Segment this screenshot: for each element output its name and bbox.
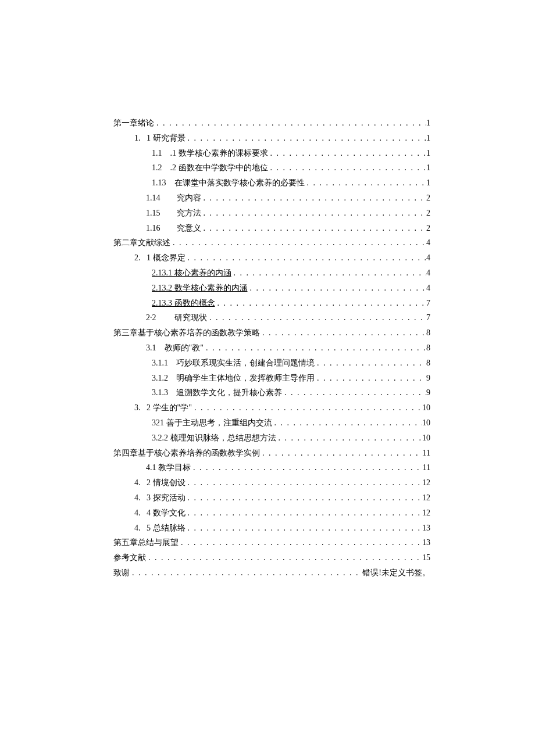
toc-entry: 1. 1 研究背景1 bbox=[113, 131, 430, 145]
toc-entry-page: 1 bbox=[426, 176, 430, 190]
toc-entry: 2.13.3 函数的概念7 bbox=[113, 296, 430, 310]
toc-entry: 1.16 究意义2 bbox=[113, 221, 430, 235]
toc-entry-page: 10 bbox=[422, 416, 430, 430]
toc-entry-label: 2. 1 概念界定 bbox=[134, 251, 186, 265]
toc-entry-page: 7 bbox=[426, 311, 430, 325]
toc-entry: 3.1.1 巧妙联系现实生活，创建合理问题情境8 bbox=[113, 356, 430, 370]
toc-entry-label: 1.14 究内容 bbox=[146, 191, 201, 205]
toc-leader-dots bbox=[268, 146, 427, 160]
toc-entry-label: 3.1.2 明确学生主体地位，发挥教师主导作用 bbox=[152, 371, 315, 385]
toc-entry: 1.13 在课堂中落实数学核心素养的必要性1 bbox=[113, 176, 430, 190]
toc-entry-label: 第三章基于核心素养培养的函数教学策略 bbox=[113, 326, 260, 340]
toc-entry-page: 1 bbox=[426, 131, 430, 145]
toc-entry-label: 321 善于主动思考，注重组内交流 bbox=[152, 416, 272, 430]
toc-entry-page: 8 bbox=[426, 356, 430, 370]
toc-entry-label: 3.1.3 追溯数学文化，提升核心素养 bbox=[152, 386, 282, 400]
toc-entry: 1.2 .2 函数在中学数学中的地位1 bbox=[113, 161, 430, 175]
toc-entry: 3. 2 学生的"学"10 bbox=[113, 401, 430, 415]
toc-leader-dots bbox=[276, 431, 423, 445]
toc-entry-page: 10 bbox=[422, 431, 430, 445]
toc-leader-dots bbox=[130, 566, 362, 580]
toc-entry-page: 1 bbox=[426, 146, 430, 160]
toc-leader-dots bbox=[186, 506, 423, 520]
toc-entry: 3.1.3 追溯数学文化，提升核心素养9 bbox=[113, 386, 430, 400]
toc-entry-page: 9 bbox=[426, 386, 430, 400]
toc-entry-page: 4 bbox=[426, 236, 430, 250]
toc-entry-page: 10 bbox=[422, 401, 430, 415]
toc-entry-label: 1.1 .1 数学核心素养的课标要求 bbox=[152, 146, 268, 160]
table-of-contents: 第一章绪论11. 1 研究背景11.1 .1 数学核心素养的课标要求11.2 .… bbox=[113, 116, 430, 580]
toc-entry-label: 3.1.1 巧妙联系现实生活，创建合理问题情境 bbox=[152, 356, 315, 370]
toc-entry: 1.14 究内容2 bbox=[113, 191, 430, 205]
toc-entry-label: 参考文献 bbox=[113, 551, 146, 565]
toc-leader-dots bbox=[170, 236, 426, 250]
toc-entry: 4. 5 总结脉络13 bbox=[113, 521, 430, 535]
toc-entry-page: 错误!未定义书签。 bbox=[362, 566, 430, 580]
toc-entry: 第五章总结与展望13 bbox=[113, 536, 430, 550]
toc-leader-dots bbox=[268, 161, 427, 175]
toc-entry: 1.1 .1 数学核心素养的课标要求1 bbox=[113, 146, 430, 160]
toc-entry-page: 8 bbox=[426, 341, 430, 355]
toc-entry: 4. 3 探究活动12 bbox=[113, 491, 430, 505]
toc-entry-page: 13 bbox=[422, 521, 430, 535]
toc-entry-page: 11 bbox=[423, 461, 430, 475]
toc-leader-dots bbox=[231, 266, 427, 280]
toc-entry: 4. 4 数学文化12 bbox=[113, 506, 430, 520]
toc-entry-label: 3.2.2 梳理知识脉络，总结思想方法 bbox=[152, 431, 276, 445]
toc-entry: 4. 2 情境创设12 bbox=[113, 476, 430, 490]
toc-entry: 3.1.2 明确学生主体地位，发挥教师主导作用9 bbox=[113, 371, 430, 385]
toc-entry: 第四章基于核心素养培养的函数教学实例11 bbox=[113, 446, 430, 460]
toc-entry-page: 2 bbox=[426, 191, 430, 205]
toc-leader-dots bbox=[260, 446, 423, 460]
toc-entry-label: 3.1 教师的"教" bbox=[146, 341, 204, 355]
toc-leader-dots bbox=[315, 356, 426, 370]
toc-entry-page: 2 bbox=[426, 221, 430, 235]
toc-entry-label: 1. 1 研究背景 bbox=[134, 131, 186, 145]
toc-entry-page: 4 bbox=[426, 266, 430, 280]
toc-entry-page: 12 bbox=[422, 491, 430, 505]
toc-leader-dots bbox=[186, 521, 423, 535]
toc-entry-label: 2.13.2 数学核心素养的内涵 bbox=[152, 281, 248, 295]
toc-entry-label: 2.13.3 函数的概念 bbox=[152, 296, 215, 310]
toc-entry: 1.15 究方法2 bbox=[113, 206, 430, 220]
toc-entry-label: 2∙2 研究现状 bbox=[146, 311, 207, 325]
toc-leader-dots bbox=[186, 491, 423, 505]
toc-leader-dots bbox=[146, 551, 422, 565]
toc-entry: 2.13.1 核心素养的内涵4 bbox=[113, 266, 430, 280]
toc-leader-dots bbox=[201, 221, 427, 235]
toc-entry-label: 1.15 究方法 bbox=[146, 206, 201, 220]
toc-leader-dots bbox=[248, 281, 427, 295]
toc-leader-dots bbox=[201, 206, 427, 220]
toc-leader-dots bbox=[154, 116, 426, 130]
toc-entry-label: 4. 4 数学文化 bbox=[134, 506, 186, 520]
toc-leader-dots bbox=[272, 416, 423, 430]
toc-entry-page: 1 bbox=[426, 116, 430, 130]
toc-leader-dots bbox=[305, 176, 427, 190]
toc-entry-label: 2.13.1 核心素养的内涵 bbox=[152, 266, 231, 280]
toc-leader-dots bbox=[191, 461, 423, 475]
toc-entry-label: 第五章总结与展望 bbox=[113, 536, 179, 550]
toc-entry-page: 1 bbox=[426, 161, 430, 175]
toc-entry: 4.1 教学目标11 bbox=[113, 461, 430, 475]
toc-entry-page: 9 bbox=[426, 371, 430, 385]
toc-entry-page: 12 bbox=[422, 476, 430, 490]
toc-entry: 3.1 教师的"教"8 bbox=[113, 341, 430, 355]
toc-entry-page: 4 bbox=[426, 281, 430, 295]
toc-leader-dots bbox=[207, 311, 426, 325]
toc-leader-dots bbox=[204, 341, 426, 355]
toc-entry-label: 致谢 bbox=[113, 566, 130, 580]
toc-leader-dots bbox=[179, 536, 422, 550]
toc-entry: 第一章绪论1 bbox=[113, 116, 430, 130]
toc-entry-label: 第四章基于核心素养培养的函数教学实例 bbox=[113, 446, 260, 460]
toc-entry-page: 8 bbox=[426, 326, 430, 340]
toc-entry-label: 1.2 .2 函数在中学数学中的地位 bbox=[152, 161, 268, 175]
toc-leader-dots bbox=[201, 191, 427, 205]
toc-leader-dots bbox=[192, 401, 422, 415]
toc-leader-dots bbox=[215, 296, 427, 310]
toc-leader-dots bbox=[282, 386, 426, 400]
toc-leader-dots bbox=[315, 371, 426, 385]
toc-leader-dots bbox=[186, 476, 423, 490]
toc-entry-page: 12 bbox=[422, 506, 430, 520]
toc-leader-dots bbox=[260, 326, 426, 340]
toc-leader-dots bbox=[186, 131, 427, 145]
